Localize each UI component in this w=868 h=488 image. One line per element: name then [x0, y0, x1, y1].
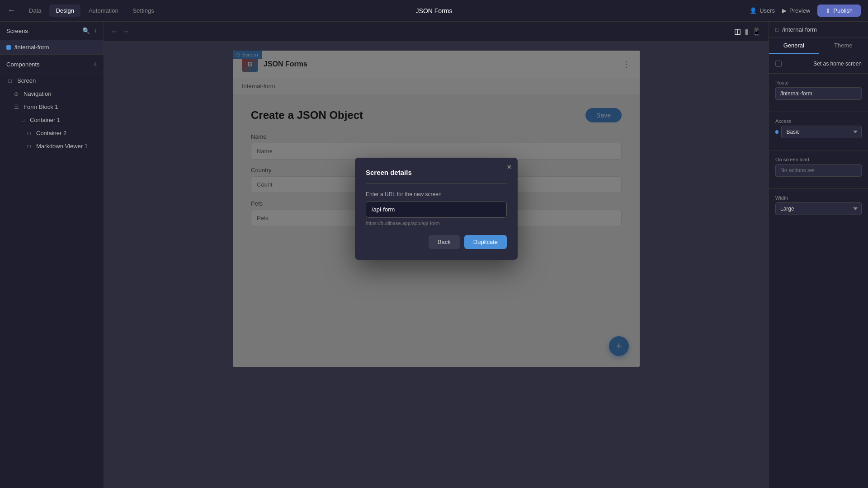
screens-icons: 🔍 +	[82, 27, 97, 34]
tab-theme[interactable]: Theme	[819, 38, 868, 54]
route-section: Route	[769, 74, 868, 112]
modal-title: Screen details	[366, 169, 507, 176]
main-layout: Screens 🔍 + /internal-form Components + …	[0, 22, 868, 488]
form-block-icon: ☰	[13, 104, 20, 110]
width-select[interactable]: Large Medium Small	[775, 202, 862, 215]
right-panel-header: □ /internal-form	[769, 22, 868, 38]
desktop-view-button[interactable]: ◫	[734, 27, 741, 36]
modal-close-button[interactable]: ×	[507, 163, 511, 171]
screen-dot	[6, 45, 11, 50]
comp-screen-label: Screen	[17, 77, 36, 84]
modal-divider	[366, 183, 507, 184]
canvas-toolbar: ← → ◫ ▮ 📱	[104, 22, 769, 42]
comp-container2[interactable]: □ Container 2	[0, 127, 104, 140]
preview-icon: ▶	[782, 7, 787, 14]
route-input[interactable]	[775, 87, 862, 100]
access-section: Access Basic Admin Power	[769, 112, 868, 150]
left-sidebar: Screens 🔍 + /internal-form Components + …	[0, 22, 104, 488]
right-panel-tabs: General Theme	[769, 38, 868, 54]
users-icon: 👤	[750, 7, 757, 14]
comp-navigation[interactable]: ⊙ Navigation	[0, 87, 104, 100]
comp-markdown-viewer[interactable]: □ Markdown Viewer 1	[0, 140, 104, 153]
breadcrumb-path: /internal-form	[782, 26, 817, 33]
comp-markdown-label: Markdown Viewer 1	[36, 143, 88, 150]
modal-url-input[interactable]	[366, 201, 507, 218]
mobile-view-button[interactable]: 📱	[752, 27, 761, 36]
comp-form-block-label: Form Block 1	[24, 103, 58, 110]
redo-button[interactable]: →	[122, 28, 129, 36]
container2-icon: □	[25, 130, 33, 136]
comp-navigation-label: Navigation	[24, 90, 51, 97]
undo-button[interactable]: ←	[111, 28, 118, 36]
tab-data[interactable]: Data	[23, 5, 47, 17]
search-icon[interactable]: 🔍	[82, 27, 90, 34]
view-mode-group: ◫ ▮ 📱	[734, 27, 761, 36]
modal-dialog: × Screen details Enter a URL for the new…	[355, 158, 518, 260]
add-screen-icon[interactable]: +	[94, 27, 97, 34]
access-label: Access	[775, 118, 862, 124]
preview-button[interactable]: ▶ Preview	[782, 7, 810, 14]
screen-comp-icon: □	[6, 78, 14, 84]
tab-settings[interactable]: Settings	[127, 5, 160, 17]
app-title: JSON Forms	[416, 7, 453, 14]
right-panel: □ /internal-form General Theme Set as ho…	[769, 22, 868, 488]
on-screen-load-button[interactable]: No actions set	[775, 164, 862, 177]
home-screen-section: Set as home screen	[769, 54, 868, 74]
width-row: Width Large Medium Small	[775, 195, 862, 215]
components-title: Components	[6, 61, 40, 68]
breadcrumb-icon: □	[775, 27, 778, 33]
nav-tabs: Data Design Automation Settings	[23, 5, 160, 17]
comp-container2-label: Container 2	[36, 130, 66, 136]
width-label: Width	[775, 195, 862, 201]
screen-preview: □ Screen B JSON Forms ⋮ Internal-form Cr…	[233, 51, 640, 367]
canvas-area: ← → ◫ ▮ 📱 □ Screen B JSON F	[104, 22, 769, 488]
home-screen-label: Set as home screen	[813, 61, 862, 67]
route-label: Route	[775, 80, 862, 85]
publish-icon: ⇧	[826, 7, 830, 14]
container1-icon: □	[19, 117, 26, 123]
home-screen-checkbox[interactable]	[775, 61, 782, 67]
back-button[interactable]: ←	[7, 6, 15, 15]
tab-design[interactable]: Design	[49, 5, 80, 17]
top-nav: ← Data Design Automation Settings JSON F…	[0, 0, 868, 22]
comp-screen[interactable]: □ Screen	[0, 74, 104, 87]
comp-container1[interactable]: □ Container 1	[0, 113, 104, 127]
on-screen-load-section: On screen load No actions set	[769, 150, 868, 189]
modal-url-hint: https://budibase.app/app/api-form	[366, 221, 507, 226]
access-value-row: Basic Admin Power	[775, 126, 862, 138]
modal-actions: Back Duplicate	[366, 235, 507, 249]
add-component-icon[interactable]: +	[93, 60, 97, 68]
comp-container1-label: Container 1	[30, 117, 60, 123]
home-screen-row: Set as home screen	[775, 61, 862, 67]
screen-item-internal-form[interactable]: /internal-form	[0, 40, 104, 54]
canvas-content: □ Screen B JSON Forms ⋮ Internal-form Cr…	[104, 42, 769, 488]
width-section: Width Large Medium Small	[769, 189, 868, 227]
top-right-actions: 👤 Users ▶ Preview ⇧ Publish	[750, 5, 861, 17]
screen-item-label: /internal-form	[14, 44, 49, 51]
on-screen-load-label: On screen load	[775, 157, 862, 162]
publish-button[interactable]: ⇧ Publish	[817, 5, 861, 17]
tab-general[interactable]: General	[769, 38, 819, 54]
screens-header: Screens 🔍 +	[0, 22, 104, 40]
navigation-comp-icon: ⊙	[13, 91, 20, 97]
access-dot	[775, 130, 778, 134]
route-row: Route	[775, 80, 862, 100]
modal-overlay: × Screen details Enter a URL for the new…	[233, 51, 640, 367]
access-row: Access Basic Admin Power	[775, 118, 862, 138]
on-screen-load-row: On screen load No actions set	[775, 157, 862, 177]
undo-redo-group: ← →	[111, 28, 129, 36]
access-select[interactable]: Basic Admin Power	[781, 126, 862, 138]
components-header: Components +	[0, 54, 104, 74]
modal-duplicate-button[interactable]: Duplicate	[464, 235, 507, 249]
markdown-icon: □	[25, 143, 33, 150]
modal-back-button[interactable]: Back	[429, 235, 460, 249]
screens-title: Screens	[6, 28, 28, 34]
users-button[interactable]: 👤 Users	[750, 7, 775, 14]
modal-url-label: Enter a URL for the new screen	[366, 191, 507, 197]
comp-form-block[interactable]: ☰ Form Block 1	[0, 100, 104, 113]
tablet-view-button[interactable]: ▮	[745, 27, 749, 36]
tab-automation[interactable]: Automation	[82, 5, 125, 17]
